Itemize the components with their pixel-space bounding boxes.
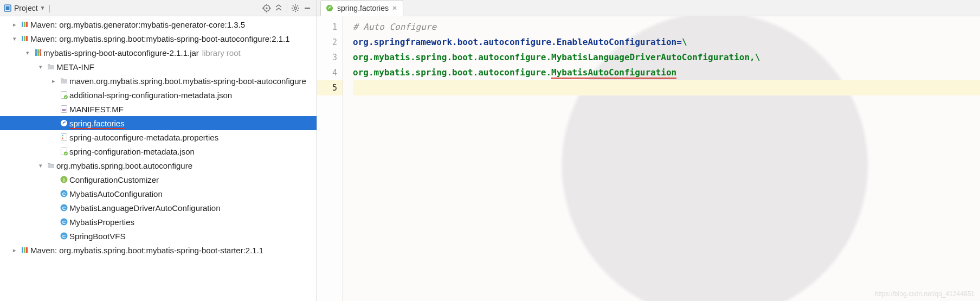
svg-rect-49 <box>22 247 23 253</box>
tree-item[interactable]: additional-spring-configuration-metadata… <box>0 88 317 102</box>
tree-item[interactable]: CSpringBootVFS <box>0 229 317 243</box>
editor-code[interactable]: # Auto Configureorg.springframework.boot… <box>343 16 980 301</box>
settings-button[interactable] <box>289 2 301 14</box>
json-icon <box>59 147 69 156</box>
tree-item-label: additional-spring-configuration-metadata… <box>69 91 232 100</box>
svg-rect-20 <box>26 22 28 27</box>
svg-rect-18 <box>22 22 23 27</box>
tree-item[interactable]: ▾mybatis-spring-boot-autoconfigure-2.1.1… <box>0 46 317 60</box>
chevron-right-icon[interactable]: ▸ <box>10 247 20 254</box>
tree-item-label: maven.org.mybatis.spring.boot.mybatis-sp… <box>69 76 306 86</box>
chevron-right-icon[interactable]: ▸ <box>49 78 59 85</box>
svg-rect-27 <box>35 52 41 53</box>
tree-item-label: META-INF <box>56 62 94 72</box>
code-line[interactable]: org.mybatis.spring.boot.autoconfigure.My… <box>353 50 980 65</box>
lib-icon <box>20 246 30 254</box>
tree-item-label: mybatis-spring-boot-autoconfigure-2.1.1.… <box>43 48 199 57</box>
tree-item[interactable]: ▸Maven: org.mybatis.spring.boot:mybatis-… <box>0 243 317 257</box>
svg-rect-36 <box>62 138 63 139</box>
chevron-down-icon[interactable]: ▾ <box>10 35 20 42</box>
svg-rect-51 <box>26 247 28 253</box>
svg-rect-23 <box>26 36 28 41</box>
tree-item[interactable]: MFMANIFEST.MF <box>0 102 317 116</box>
tree-item-label: Maven: org.mybatis.spring.boot:mybatis-s… <box>30 34 290 43</box>
svg-rect-21 <box>22 36 23 41</box>
svg-text:C: C <box>62 206 66 211</box>
editor-body[interactable]: 12345 # Auto Configureorg.springframewor… <box>317 16 980 301</box>
project-panel-header: Project ▼ | <box>0 0 317 16</box>
folder-icon <box>46 62 56 71</box>
project-dropdown[interactable]: Project ▼ <box>3 4 45 12</box>
class-icon: C <box>59 189 69 198</box>
svg-rect-17 <box>305 8 310 9</box>
tree-item[interactable]: CMybatisProperties <box>0 215 317 229</box>
code-line[interactable] <box>353 80 980 95</box>
svg-text:C: C <box>62 220 66 225</box>
tree-item-label: MybatisAutoConfiguration <box>69 189 163 198</box>
svg-line-15 <box>293 10 294 11</box>
hide-panel-button[interactable] <box>301 2 313 14</box>
editor-tab-title: spring.factories <box>337 4 389 12</box>
folder-icon <box>46 161 56 170</box>
spring-icon <box>325 4 334 12</box>
highlighted-class: MybatisAutoConfiguration <box>551 67 676 79</box>
svg-rect-19 <box>24 22 25 27</box>
class-icon: C <box>59 217 69 226</box>
project-title: Project <box>14 4 38 12</box>
editor-area: spring.factories ✕ 12345 # Auto Configur… <box>317 0 980 301</box>
tree-item-label: MybatisProperties <box>69 217 134 227</box>
tree-item-label: MybatisLanguageDriverAutoConfiguration <box>69 203 221 213</box>
tree-item[interactable]: IConfigurationCustomizer <box>0 172 317 187</box>
tree-item-selected[interactable]: spring.factories <box>0 116 317 130</box>
tree-item[interactable]: CMybatisAutoConfiguration <box>0 187 317 201</box>
tree-item-label: spring-configuration-metadata.json <box>69 147 195 156</box>
code-line[interactable]: org.springframework.boot.autoconfigure.E… <box>353 35 980 50</box>
code-line[interactable]: # Auto Configure <box>353 20 980 35</box>
svg-rect-34 <box>62 135 63 136</box>
locate-button[interactable] <box>261 2 273 14</box>
tree-item-label: Maven: org.mybatis.generator:mybatis-gen… <box>30 20 245 29</box>
chevron-down-icon[interactable]: ▾ <box>36 162 46 169</box>
tree-item-label: spring-autoconfigure-metadata.properties <box>69 133 218 142</box>
svg-text:MF: MF <box>62 108 67 112</box>
tree-item-suffix: library root <box>202 48 241 57</box>
jar-icon <box>33 48 43 57</box>
gutter-line-number: 5 <box>317 80 343 95</box>
tree-item[interactable]: CMybatisLanguageDriverAutoConfiguration <box>0 201 317 215</box>
svg-line-13 <box>293 5 294 7</box>
tree-item-label: spring.factories <box>69 119 125 128</box>
svg-point-52 <box>326 5 333 11</box>
editor-tab[interactable]: spring.factories ✕ <box>320 0 403 16</box>
gutter-line-number: 4 <box>317 65 343 80</box>
gutter-line-number: 1 <box>317 20 343 35</box>
chevron-down-icon[interactable]: ▾ <box>23 49 33 56</box>
project-tree[interactable]: ▸Maven: org.mybatis.generator:mybatis-ge… <box>0 16 317 301</box>
code-line[interactable]: org.mybatis.spring.boot.autoconfigure.My… <box>353 65 980 80</box>
separator: | <box>48 4 50 12</box>
project-panel: Project ▼ | ▸Maven: org.mybatis.generato… <box>0 0 317 301</box>
tree-item[interactable]: ▾META-INF <box>0 60 317 74</box>
tree-item-label: SpringBootVFS <box>69 232 125 241</box>
gutter-line-number: 3 <box>317 50 343 65</box>
svg-point-3 <box>266 7 267 9</box>
mf-icon: MF <box>59 105 69 113</box>
tree-item[interactable]: ▸maven.org.mybatis.spring.boot.mybatis-s… <box>0 74 317 88</box>
tree-item[interactable]: spring-autoconfigure-metadata.properties <box>0 130 317 144</box>
tree-item[interactable]: ▸Maven: org.mybatis.generator:mybatis-ge… <box>0 17 317 31</box>
svg-text:C: C <box>62 191 66 197</box>
iface-icon: I <box>59 175 69 184</box>
tree-item-label: org.mybatis.spring.boot.autoconfigure <box>56 161 192 170</box>
collapse-all-button[interactable] <box>273 2 285 14</box>
tree-item[interactable]: ▾org.mybatis.spring.boot.autoconfigure <box>0 158 317 172</box>
close-icon[interactable]: ✕ <box>392 4 397 12</box>
svg-rect-25 <box>37 49 39 56</box>
chevron-right-icon[interactable]: ▸ <box>10 21 20 28</box>
tree-item-label: ConfigurationCustomizer <box>69 175 159 184</box>
tree-item[interactable]: ▾Maven: org.mybatis.spring.boot:mybatis-… <box>0 31 317 46</box>
svg-rect-35 <box>62 137 63 138</box>
lib-icon <box>20 20 30 29</box>
svg-rect-26 <box>40 49 41 56</box>
chevron-down-icon[interactable]: ▾ <box>36 63 46 71</box>
folder-icon <box>59 76 69 85</box>
tree-item[interactable]: spring-configuration-metadata.json <box>0 144 317 158</box>
